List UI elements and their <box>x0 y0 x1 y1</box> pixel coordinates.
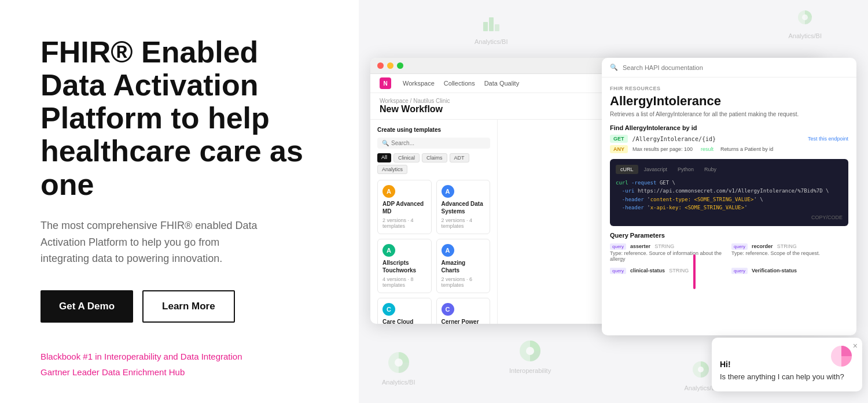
endpoint-title: Find AllergyIntolerance by id <box>610 124 848 131</box>
chat-pie-decoration <box>829 343 854 371</box>
scroll-accent <box>693 254 696 289</box>
bg-label-1: Analytics/BI <box>475 38 507 45</box>
filter-adt[interactable]: ADT <box>450 153 469 162</box>
svg-point-5 <box>395 358 403 367</box>
grid-item-name-ads: Advanced Data Systems <box>442 200 486 215</box>
doc-search-input[interactable] <box>623 64 848 71</box>
grid-item-icon-amazing: A <box>442 244 454 257</box>
grid-item-carecloud: C Care Cloud 2 versions · 5 templates <box>377 298 432 324</box>
hero-title: FHIR® Enabled Data Activation Platform t… <box>41 36 318 201</box>
param-type-clinical: STRING <box>669 268 689 273</box>
grid-item-name-adp: ADP Advanced MD <box>382 200 426 215</box>
grid-item-icon-ads: A <box>442 185 454 198</box>
param-verification-status: query Verification-status <box>731 267 848 273</box>
returns-text: Returns a Patient by id <box>720 146 773 152</box>
code-tabs: cURL Javascript Python Ruby <box>616 165 843 174</box>
endpoint-row-get: GET /AllergyIntolerance/{id} Test this e… <box>610 135 848 143</box>
section-label: Create using templates <box>377 127 490 133</box>
endpoint-path: /AllergyIntolerance/{id} <box>632 136 716 142</box>
window-maximize-dot <box>397 62 403 69</box>
grid-item-ads: A Advanced Data Systems 2 versions · 4 t… <box>436 180 491 234</box>
test-endpoint-link[interactable]: Test this endpoint <box>808 136 848 142</box>
bg-analytics-bi-top-center: Analytics/BI <box>475 12 507 45</box>
nav-workspace[interactable]: Workspace <box>403 80 435 87</box>
code-tab-curl[interactable]: cURL <box>616 165 638 174</box>
bg-analytics-bi-bottom-left: Analytics/BI <box>382 350 415 386</box>
bg-label-3: Interoperability <box>509 367 551 374</box>
bg-label-2: Analytics/BI <box>789 32 822 39</box>
fhir-title: AllergyIntolerance <box>610 94 848 109</box>
param-recorder: query recorder STRING Type: reference. S… <box>731 242 848 262</box>
hero-subtitle: The most comprehensive FHIR® enabled Dat… <box>41 217 260 267</box>
grid-item-adp: A ADP Advanced MD 2 versions · 4 templat… <box>377 180 432 234</box>
query-section: Query Parameters query asserter STRING T… <box>610 232 848 273</box>
param-name-verification: Verification-status <box>752 268 797 273</box>
search-icon: 🔍 <box>382 140 389 146</box>
filter-claims[interactable]: Claims <box>422 153 447 162</box>
param-name-recorder: recorder <box>752 243 773 249</box>
learn-more-button[interactable]: Learn More <box>142 290 235 323</box>
doc-search-icon: 🔍 <box>610 64 618 71</box>
grid-item-icon-adp: A <box>382 185 395 198</box>
param-type-recorder: STRING <box>777 243 797 249</box>
code-tab-javascript[interactable]: Javascript <box>639 165 672 174</box>
search-input[interactable] <box>391 140 486 146</box>
method-get-badge: GET <box>610 135 628 143</box>
doc-content: FHIR RESOURCES AllergyIntolerance Retrie… <box>602 77 856 330</box>
filter-all[interactable]: All <box>377 153 391 162</box>
grid-item-name-allscripts: Allscripts Touchworks <box>382 259 426 274</box>
grid-item-meta-allscripts: 4 versions · 8 templates <box>382 276 426 288</box>
param-type-asserter: STRING <box>654 243 674 249</box>
chat-widget: × Hi! Is there anything I can help you w… <box>712 338 862 392</box>
code-tab-ruby[interactable]: Ruby <box>700 165 721 174</box>
method-any-badge: ANY <box>610 145 628 153</box>
param-badge-recorder: query <box>731 243 748 250</box>
code-tab-python[interactable]: Python <box>673 165 698 174</box>
svg-rect-1 <box>489 17 494 31</box>
grid-item-icon-allscripts: A <box>382 244 395 257</box>
svg-point-3 <box>802 14 808 20</box>
search-bar: 🔍 <box>377 138 490 149</box>
code-block: cURL Javascript Python Ruby curl -reques… <box>610 159 848 226</box>
filter-analytics[interactable]: Analytics <box>377 165 407 174</box>
param-desc-recorder: Type: reference. Scope of the request. <box>731 250 848 256</box>
param-badge-clinical: query <box>610 268 626 274</box>
grid-item-name-cerner: Cerner Power Chart <box>442 318 486 324</box>
param-name-clinical: clinical-status <box>630 268 665 273</box>
endpoint-section: Find AllergyIntolerance by id GET /Aller… <box>610 124 848 153</box>
awards-section: Blackbook #1 in Interoperability and Dat… <box>41 350 318 379</box>
grid-item-cerner: C Cerner Power Chart 4 versions · 9 temp… <box>436 298 491 324</box>
window-close-dot <box>377 62 384 69</box>
grid-item-meta-ads: 2 versions · 4 templates <box>442 217 486 229</box>
copy-button[interactable]: COPY/CODE <box>616 215 843 220</box>
get-demo-button[interactable]: Get A Demo <box>41 290 133 323</box>
app-sidebar: Create using templates 🔍 All Clinical Cl… <box>370 120 498 324</box>
bg-label-4: Analytics/BI <box>382 379 415 386</box>
nav-collections[interactable]: Collections <box>444 80 475 87</box>
doc-panel: 🔍 FHIR RESOURCES AllergyIntolerance Retr… <box>602 58 856 335</box>
grid-item-allscripts: A Allscripts Touchworks 4 versions · 8 t… <box>377 239 432 293</box>
svg-rect-0 <box>483 22 488 31</box>
right-panel: Analytics/BI Analytics/BI Interoperabili… <box>359 0 868 403</box>
svg-rect-2 <box>495 24 499 31</box>
svg-point-4 <box>526 347 534 355</box>
grid-item-icon-cerner: C <box>442 303 454 316</box>
query-params: query asserter STRING Type: reference. S… <box>610 242 848 273</box>
result-badge: result <box>701 146 713 152</box>
filter-clinical[interactable]: Clinical <box>393 153 420 162</box>
param-asserter: query asserter STRING Type: reference. S… <box>610 242 727 262</box>
window-minimize-dot <box>387 62 393 69</box>
param-clinical-status: query clinical-status STRING <box>610 267 727 273</box>
nav-data-quality[interactable]: Data Quality <box>484 80 520 87</box>
bg-interoperability-bottom: Interoperability <box>509 338 551 374</box>
award-2: Gartner Leader Data Enrichment Hub <box>41 366 318 379</box>
param-badge-verification: query <box>731 268 748 274</box>
grid-item-icon-carecloud: C <box>382 303 395 316</box>
svg-point-6 <box>698 367 704 372</box>
cta-buttons: Get A Demo Learn More <box>41 290 318 323</box>
fhir-label: FHIR RESOURCES <box>610 86 848 91</box>
grid-items: A ADP Advanced MD 2 versions · 4 templat… <box>377 180 490 324</box>
bg-analytics-bi-top-right: Analytics/BI <box>789 6 822 39</box>
grid-item-meta-adp: 2 versions · 4 templates <box>382 217 426 229</box>
app-nav: Workspace Collections Data Quality <box>403 80 519 87</box>
